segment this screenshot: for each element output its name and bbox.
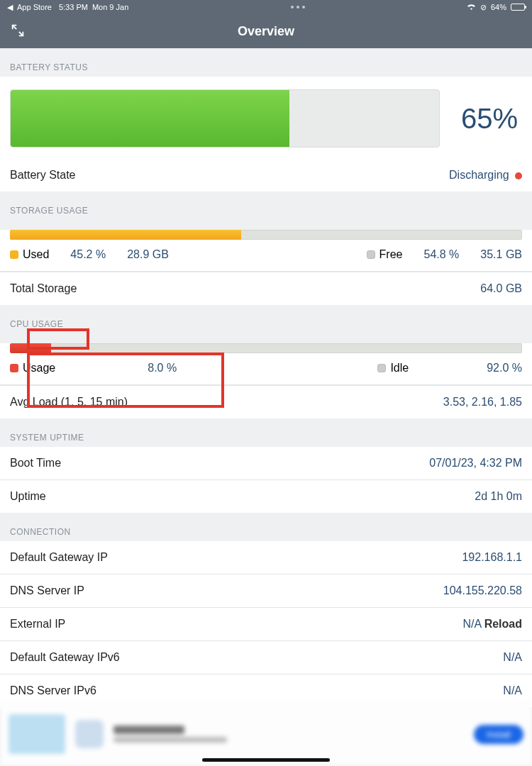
storage-total-value: 64.0 GB [480, 282, 522, 295]
dns-ipv6-label: DNS Server IPv6 [10, 684, 96, 697]
orientation-lock-icon: ⊘ [480, 3, 487, 12]
gateway-ip-value: 192.168.1.1 [462, 551, 522, 564]
uptime-label: Uptime [10, 490, 46, 503]
uptime-value: 2d 1h 0m [475, 490, 522, 503]
dns-ip-label: DNS Server IP [10, 584, 84, 597]
section-header-battery: BATTERY STATUS [0, 48, 532, 77]
cpu-avgload-label: Avg Load (1, 5, 15 min) [10, 396, 128, 409]
gateway-ipv6-label: Default Gateway IPv6 [10, 651, 120, 664]
status-time: 5:33 PM [59, 3, 88, 11]
battery-card: 65% [0, 77, 532, 159]
battery-state-value: Discharging [449, 169, 509, 181]
storage-total-label: Total Storage [10, 282, 77, 295]
storage-total-row: Total Storage 64.0 GB [0, 272, 532, 305]
back-app-label[interactable]: App Store [17, 3, 52, 11]
storage-bar [10, 230, 522, 240]
usage-chip-icon [10, 364, 18, 372]
external-ip-label: External IP [10, 618, 65, 631]
page-title: Overview [238, 24, 294, 39]
nav-bar: Overview [0, 14, 532, 48]
used-chip-icon [10, 250, 18, 259]
ad-app-icon [75, 720, 104, 748]
uptime-row: Uptime 2d 1h 0m [0, 479, 532, 513]
multitask-dots-icon[interactable] [291, 6, 305, 9]
status-bar: ◀ App Store 5:33 PM Mon 9 Jan ⊘ 64% [0, 0, 532, 14]
free-chip-icon [367, 250, 375, 259]
cpu-bar [10, 343, 522, 353]
battery-fill [11, 90, 289, 147]
storage-used-label: Used [23, 248, 49, 260]
storage-free-gb: 35.1 GB [480, 248, 522, 261]
storage-used-gb: 28.9 GB [127, 248, 169, 261]
status-battery-pct: 64% [491, 3, 506, 11]
gateway-ipv6-row: Default Gateway IPv6 N/A [0, 640, 532, 674]
external-ip-value: N/A [462, 618, 481, 630]
status-date: Mon 9 Jan [92, 3, 128, 11]
gateway-ipv6-value: N/A [503, 651, 522, 664]
section-header-uptime: SYSTEM UPTIME [0, 418, 532, 447]
cpu-card: Usage 8.0 % Idle 92.0 % [0, 343, 532, 385]
wifi-icon [467, 3, 476, 11]
expand-icon[interactable] [10, 23, 26, 41]
ad-subtitle [113, 737, 227, 743]
battery-state-label: Battery State [10, 169, 76, 182]
cpu-avgload-row: Avg Load (1, 5, 15 min) 3.53, 2.16, 1.85 [0, 385, 532, 418]
storage-used-pct: 45.2 % [70, 248, 106, 261]
section-header-cpu: CPU USAGE [0, 305, 532, 333]
gateway-ip-row: Default Gateway IP 192.168.1.1 [0, 541, 532, 574]
ad-image [9, 714, 65, 754]
home-indicator[interactable] [202, 758, 330, 762]
boot-time-row: Boot Time 07/01/23, 4:32 PM [0, 447, 532, 479]
dns-ipv6-value: N/A [503, 684, 522, 697]
section-header-connection: CONNECTION [0, 513, 532, 541]
cpu-usage-fill [10, 343, 51, 353]
cpu-usage-label: Usage [23, 362, 55, 374]
cpu-usage-pct: 8.0 % [148, 362, 177, 374]
cpu-avgload-value: 3.53, 2.16, 1.85 [443, 396, 522, 409]
gateway-ip-label: Default Gateway IP [10, 551, 108, 564]
idle-chip-icon [377, 364, 386, 372]
boot-time-label: Boot Time [10, 457, 61, 470]
dns-ip-value: 104.155.220.58 [443, 584, 522, 597]
storage-card: Used 45.2 % 28.9 GB Free 54.8 % 35.1 GB [0, 230, 532, 272]
back-arrow-icon[interactable]: ◀ [7, 3, 13, 12]
reload-button[interactable]: Reload [484, 618, 522, 630]
cpu-idle-pct: 92.0 % [487, 362, 522, 374]
dns-ip-row: DNS Server IP 104.155.220.58 [0, 574, 532, 607]
battery-state-row: Battery State Discharging [0, 159, 532, 192]
battery-percentage: 65% [461, 103, 522, 135]
section-header-storage: STORAGE USAGE [0, 192, 532, 220]
boot-time-value: 07/01/23, 4:32 PM [429, 457, 522, 470]
external-ip-row: External IP N/A Reload [0, 607, 532, 640]
storage-used-fill [10, 230, 241, 240]
battery-icon [511, 4, 525, 11]
cpu-idle-label: Idle [390, 362, 409, 374]
ad-title [113, 726, 184, 734]
discharging-dot-icon [515, 172, 522, 179]
storage-free-label: Free [379, 248, 403, 260]
battery-meter [10, 89, 440, 148]
ad-banner[interactable]: Install [0, 702, 532, 766]
ad-cta-button[interactable]: Install [474, 725, 523, 744]
storage-free-pct: 54.8 % [423, 248, 459, 261]
